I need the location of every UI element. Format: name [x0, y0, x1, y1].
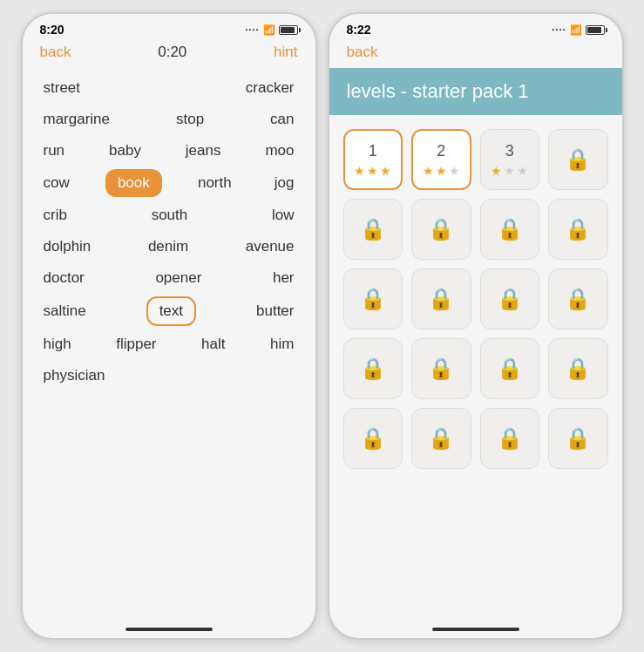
- level-8-cell[interactable]: 🔒: [548, 199, 608, 260]
- word-her[interactable]: her: [266, 265, 302, 291]
- word-north[interactable]: north: [191, 170, 239, 196]
- level-14-cell[interactable]: 🔒: [411, 338, 471, 399]
- star-3: ★: [380, 164, 391, 178]
- word-crib[interactable]: crib: [37, 202, 74, 228]
- word-text-outlined[interactable]: text: [146, 296, 196, 326]
- level-13-cell[interactable]: 🔒: [343, 338, 403, 399]
- word-saltine[interactable]: saltine: [37, 298, 93, 324]
- battery-icon-right: [586, 25, 605, 35]
- lock-icon: 🔒: [428, 287, 454, 311]
- level-20-cell[interactable]: 🔒: [548, 408, 608, 469]
- word-jeans[interactable]: jeans: [179, 138, 228, 164]
- level-7-cell[interactable]: 🔒: [480, 199, 540, 260]
- word-row: crib south low: [37, 202, 302, 228]
- wifi-icon-right: 📶: [570, 24, 582, 36]
- lock-icon: 🔒: [360, 357, 386, 381]
- right-phone: 8:22 ···· 📶 back levels - starter pack 1…: [328, 12, 624, 640]
- home-indicator-right: [432, 628, 519, 631]
- word-flipper[interactable]: flipper: [109, 331, 163, 357]
- word-butter[interactable]: butter: [249, 298, 301, 324]
- signal-icon-left: ····: [245, 24, 259, 35]
- level-2-stars: ★ ★ ★: [423, 164, 460, 178]
- word-cracker[interactable]: cracker: [239, 75, 302, 101]
- level-11-cell[interactable]: 🔒: [480, 268, 540, 329]
- word-run[interactable]: run: [37, 138, 72, 164]
- word-row: doctor opener her: [37, 265, 302, 291]
- level-1-stars: ★ ★ ★: [354, 164, 391, 178]
- back-button-left[interactable]: back: [40, 44, 71, 61]
- status-bar-right: 8:22 ···· 📶: [329, 14, 622, 40]
- word-denim[interactable]: denim: [141, 234, 195, 260]
- level-19-cell[interactable]: 🔒: [480, 408, 540, 469]
- home-indicator-left: [125, 628, 213, 631]
- lock-icon: 🔒: [428, 217, 454, 241]
- status-bar-left: 8:20 ···· 📶: [23, 14, 315, 40]
- level-1-cell[interactable]: 1 ★ ★ ★: [343, 129, 403, 190]
- word-south[interactable]: south: [145, 202, 195, 228]
- level-2-cell[interactable]: 2 ★ ★ ★: [411, 129, 471, 190]
- level-3-stars: ★ ★ ★: [491, 164, 528, 178]
- word-baby[interactable]: baby: [102, 138, 148, 164]
- time-right: 8:22: [347, 23, 371, 37]
- level-3-number: 3: [505, 142, 514, 160]
- word-low[interactable]: low: [265, 202, 302, 228]
- nav-bar-right: back: [329, 40, 622, 68]
- word-opener[interactable]: opener: [148, 265, 208, 291]
- word-stop[interactable]: stop: [169, 106, 211, 132]
- level-4-cell[interactable]: 🔒: [548, 129, 608, 190]
- word-row: saltine text butter: [37, 296, 302, 326]
- lock-icon: 🔒: [565, 426, 591, 451]
- level-1-number: 1: [369, 142, 377, 160]
- lock-icon: 🔒: [497, 287, 523, 311]
- word-halt[interactable]: halt: [194, 331, 232, 357]
- word-dolphin[interactable]: dolphin: [37, 234, 98, 260]
- lock-icon: 🔒: [565, 357, 591, 381]
- battery-icon-left: [279, 25, 298, 35]
- back-button-right[interactable]: back: [347, 44, 378, 61]
- level-18-cell[interactable]: 🔒: [411, 408, 471, 469]
- word-jog[interactable]: jog: [268, 170, 302, 196]
- level-6-cell[interactable]: 🔒: [411, 199, 471, 260]
- hint-button[interactable]: hint: [274, 44, 297, 61]
- word-cow[interactable]: cow: [37, 170, 77, 196]
- star-3: ★: [449, 164, 460, 178]
- word-moo[interactable]: moo: [258, 138, 301, 164]
- lock-icon: 🔒: [497, 426, 523, 451]
- level-9-cell[interactable]: 🔒: [343, 268, 403, 329]
- level-16-cell[interactable]: 🔒: [548, 338, 608, 399]
- star-1: ★: [423, 164, 434, 178]
- level-12-cell[interactable]: 🔒: [548, 268, 608, 329]
- word-book-selected[interactable]: book: [105, 169, 162, 197]
- word-row: high flipper halt him: [37, 331, 302, 357]
- signal-icon-right: ····: [552, 24, 566, 35]
- status-icons-right: ···· 📶: [552, 24, 604, 36]
- level-10-cell[interactable]: 🔒: [411, 268, 471, 329]
- lock-icon: 🔒: [360, 426, 386, 451]
- word-street[interactable]: street: [37, 75, 88, 101]
- star-2: ★: [504, 164, 515, 178]
- lock-icon: 🔒: [497, 217, 523, 241]
- wifi-icon-left: 📶: [263, 24, 275, 36]
- word-doctor[interactable]: doctor: [37, 265, 92, 291]
- word-row: street cracker: [37, 75, 302, 101]
- word-margarine[interactable]: margarine: [37, 106, 118, 132]
- word-row: cow book north jog: [37, 169, 302, 197]
- levels-grid: 1 ★ ★ ★ 2 ★ ★ ★ 3 ★: [329, 129, 622, 469]
- level-3-cell[interactable]: 3 ★ ★ ★: [480, 129, 540, 190]
- levels-header: levels - starter pack 1: [329, 68, 622, 115]
- lock-icon: 🔒: [360, 217, 386, 241]
- status-icons-left: ···· 📶: [245, 24, 297, 36]
- level-15-cell[interactable]: 🔒: [480, 338, 540, 399]
- level-17-cell[interactable]: 🔒: [343, 408, 403, 469]
- word-can[interactable]: can: [263, 106, 301, 132]
- word-high[interactable]: high: [37, 331, 78, 357]
- left-phone: 8:20 ···· 📶 back 0:20 hint street cracke…: [21, 12, 317, 640]
- word-him[interactable]: him: [263, 331, 301, 357]
- nav-bar-left: back 0:20 hint: [23, 40, 315, 68]
- word-physician[interactable]: physician: [37, 363, 112, 389]
- word-avenue[interactable]: avenue: [239, 234, 302, 260]
- level-5-cell[interactable]: 🔒: [343, 199, 403, 260]
- lock-icon: 🔒: [428, 357, 454, 381]
- level-2-number: 2: [437, 142, 445, 160]
- word-grid: street cracker margarine stop can run ba…: [23, 68, 315, 401]
